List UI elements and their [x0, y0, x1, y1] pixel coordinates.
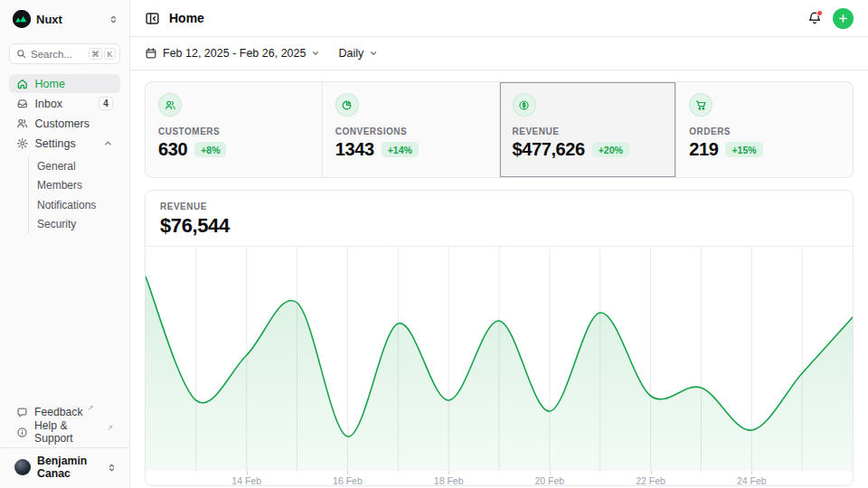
- stat-card-conversions[interactable]: CONVERSIONS 1343 +14%: [323, 82, 499, 177]
- user-menu[interactable]: Benjamin Canac: [9, 448, 120, 488]
- search-icon: [16, 49, 26, 59]
- workspace-switcher[interactable]: Nuxt: [9, 9, 120, 29]
- info-circle-icon: [16, 427, 28, 438]
- panel-collapse-icon: [145, 11, 160, 26]
- page-title: Home: [169, 11, 204, 25]
- chart-header: REVENUE $76,544: [146, 191, 853, 247]
- stat-card-orders[interactable]: ORDERS 219 +15%: [676, 82, 853, 177]
- footer-link-label: Help & Support: [34, 419, 102, 445]
- revenue-area-chart[interactable]: [146, 247, 853, 471]
- chevron-up-icon: [103, 138, 113, 148]
- stat-label: ORDERS: [689, 127, 840, 136]
- stat-delta-badge: +14%: [382, 142, 419, 157]
- sidebar-item-label: Home: [35, 78, 65, 90]
- x-axis-tick: [550, 471, 551, 474]
- cart-icon: [689, 93, 712, 117]
- message-bubble-icon: [16, 407, 28, 418]
- sidebar-item-home[interactable]: Home: [9, 74, 120, 93]
- users-icon: [16, 117, 29, 130]
- chevron-updown-icon: [108, 14, 118, 24]
- inbox-icon: [16, 98, 29, 110]
- x-axis-tick: [448, 471, 449, 474]
- stat-label: REVENUE: [513, 127, 664, 136]
- period-select[interactable]: Daily: [338, 47, 378, 60]
- sidebar-item-customers[interactable]: Customers: [9, 114, 120, 133]
- plus-icon: [837, 13, 849, 24]
- stat-delta-badge: +8%: [194, 142, 226, 157]
- chevron-updown-icon: [107, 463, 117, 473]
- topbar: Home: [130, 0, 868, 37]
- sidebar-footer: Feedback ↗ Help & Support ↗ Benjamin Can…: [9, 402, 120, 488]
- chevron-down-icon: [311, 49, 320, 58]
- sidebar-item-security[interactable]: Security: [29, 215, 120, 235]
- notifications-button[interactable]: [807, 11, 822, 25]
- brand-name: Nuxt: [36, 13, 62, 26]
- notification-dot: [816, 10, 823, 16]
- calendar-icon: [145, 47, 157, 60]
- stat-label: CUSTOMERS: [158, 127, 309, 136]
- revenue-chart-card: REVENUE $76,544 14 Feb16 Feb18 Feb20 Feb…: [145, 190, 854, 486]
- gear-icon: [16, 137, 29, 150]
- home-icon: [16, 78, 29, 90]
- chart-pie-icon: [335, 93, 359, 117]
- x-axis-label: 20 Feb: [534, 475, 564, 486]
- external-link-icon: ↗: [88, 404, 94, 412]
- sidebar-item-members[interactable]: Members: [29, 176, 120, 196]
- external-link-icon: ↗: [107, 424, 113, 432]
- search-shortcut: ⌘K: [89, 48, 116, 60]
- user-name: Benjamin Canac: [37, 455, 100, 480]
- users-icon: [158, 93, 182, 117]
- x-axis-label: 16 Feb: [333, 475, 363, 486]
- x-axis-tick: [651, 471, 652, 474]
- circle-dollar-icon: [513, 93, 536, 117]
- chart-metric-value: $76,544: [160, 214, 838, 238]
- content: CUSTOMERS 630 +8% CONVERSIONS 1343 +14%: [130, 70, 868, 486]
- stat-card-customers[interactable]: CUSTOMERS 630 +8%: [146, 82, 322, 177]
- sidebar-item-general[interactable]: General: [29, 156, 120, 176]
- x-axis-label: 24 Feb: [737, 475, 767, 486]
- sidebar-item-label: Inbox: [35, 98, 63, 110]
- stat-value: 630: [158, 139, 187, 160]
- stat-value: $477,626: [513, 139, 585, 160]
- avatar: [14, 459, 31, 475]
- x-axis-label: 18 Feb: [434, 475, 464, 486]
- sidebar-item-settings[interactable]: Settings: [9, 134, 120, 153]
- date-range-value: Feb 12, 2025 - Feb 26, 2025: [163, 47, 306, 60]
- search-placeholder: Search...: [31, 49, 84, 60]
- stat-value: 1343: [335, 139, 374, 160]
- x-axis-tick: [751, 471, 752, 474]
- stat-label: CONVERSIONS: [335, 127, 486, 136]
- x-axis-label: 14 Feb: [231, 475, 261, 486]
- sidebar: Nuxt Search... ⌘K Home In: [0, 0, 130, 488]
- inbox-count-badge: 4: [99, 97, 113, 110]
- x-axis-tick: [247, 471, 248, 474]
- main-panel: Home Fe: [130, 0, 868, 488]
- sidebar-item-label: Settings: [35, 137, 76, 150]
- sidebar-item-notifications[interactable]: Notifications: [29, 195, 120, 215]
- help-support-link[interactable]: Help & Support ↗: [9, 422, 120, 442]
- date-range-picker[interactable]: Feb 12, 2025 - Feb 26, 2025: [145, 47, 320, 60]
- search-input[interactable]: Search... ⌘K: [9, 43, 120, 64]
- filter-toolbar: Feb 12, 2025 - Feb 26, 2025 Daily: [130, 37, 868, 70]
- sidebar-item-label: Customers: [35, 117, 90, 130]
- collapse-sidebar-button[interactable]: [145, 11, 160, 26]
- nuxt-logo-icon: [13, 10, 31, 28]
- stat-delta-badge: +15%: [725, 142, 762, 157]
- x-axis-label: 22 Feb: [636, 475, 665, 486]
- x-axis-tick: [347, 471, 348, 474]
- new-item-button[interactable]: [833, 8, 854, 29]
- period-value: Daily: [338, 47, 363, 60]
- settings-subnav: General Members Notifications Security: [28, 156, 120, 234]
- chart-metric-label: REVENUE: [160, 202, 838, 211]
- footer-link-label: Feedback: [34, 406, 83, 418]
- stat-delta-badge: +20%: [592, 142, 629, 157]
- sidebar-nav: Home Inbox 4 Customers Settings: [9, 74, 120, 234]
- stat-value: 219: [689, 139, 718, 160]
- app-window: Nuxt Search... ⌘K Home In: [0, 0, 868, 488]
- stat-card-revenue[interactable]: REVENUE $477,626 +20%: [500, 82, 676, 177]
- stats-grid: CUSTOMERS 630 +8% CONVERSIONS 1343 +14%: [145, 81, 854, 178]
- sidebar-item-inbox[interactable]: Inbox 4: [9, 94, 120, 113]
- chevron-down-icon: [369, 49, 378, 58]
- x-axis: 14 Feb16 Feb18 Feb20 Feb22 Feb24 Feb: [146, 471, 853, 486]
